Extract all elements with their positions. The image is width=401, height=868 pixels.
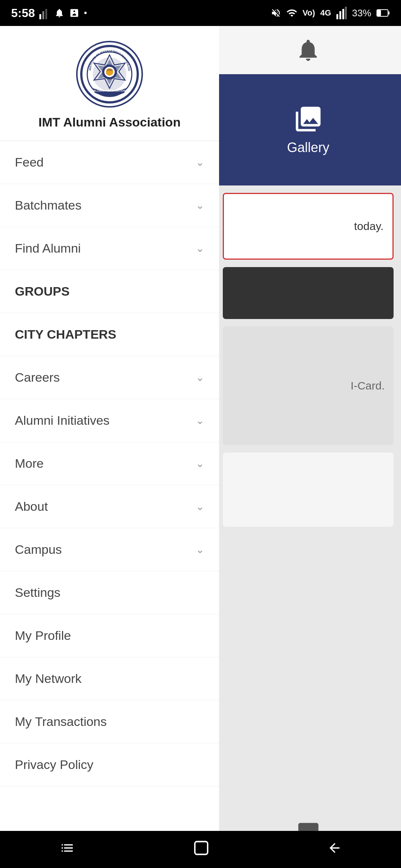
menu-item-campus[interactable]: Campus⌄: [0, 528, 219, 571]
menu-item-label-my-profile: My Profile: [15, 628, 71, 643]
app-title: IMT Alumni Association: [39, 115, 181, 129]
svg-rect-2: [45, 9, 47, 19]
main-container: Gallery today. I-Card. Inbox: [0, 26, 401, 868]
menu-item-label-city-chapters: CITY CHAPTERS: [15, 327, 116, 342]
gallery-icon: [293, 104, 323, 134]
signal-icon2: [336, 7, 347, 19]
status-right: Vo) 4G 33%: [271, 7, 390, 19]
menu-item-my-transactions[interactable]: My Transactions: [0, 700, 219, 743]
dot-indicator: •: [84, 8, 87, 18]
svg-rect-8: [388, 11, 389, 14]
menu-item-label-about: About: [15, 499, 48, 514]
menu-item-about[interactable]: About⌄: [0, 485, 219, 528]
menu-item-alumni-initiatives[interactable]: Alumni Initiatives⌄: [0, 399, 219, 442]
status-time: 5:58: [11, 6, 35, 20]
menu-item-find-alumni[interactable]: Find Alumni⌄: [0, 227, 219, 270]
chevron-icon-alumni-initiatives: ⌄: [196, 414, 204, 427]
menu-item-label-campus: Campus: [15, 542, 62, 557]
menu-item-label-batchmates: Batchmates: [15, 198, 82, 213]
drawer: ALUMNI ASSOCIATION INSTITUTE OF MANAGEME…: [0, 26, 219, 868]
gallery-label: Gallery: [287, 140, 329, 155]
menu-item-privacy-policy[interactable]: Privacy Policy: [0, 743, 219, 786]
chevron-icon-feed: ⌄: [196, 156, 204, 168]
bell-icon[interactable]: [295, 37, 321, 63]
peek-card-3: I-Card.: [223, 326, 394, 445]
menu-item-label-privacy-policy: Privacy Policy: [15, 757, 94, 772]
menu-item-label-find-alumni: Find Alumni: [15, 241, 81, 256]
menu-item-careers[interactable]: Careers⌄: [0, 356, 219, 399]
drawer-header: ALUMNI ASSOCIATION INSTITUTE OF MANAGEME…: [0, 26, 219, 141]
peek-text-2: I-Card.: [351, 379, 385, 392]
chevron-icon-about: ⌄: [196, 500, 204, 513]
chevron-icon-find-alumni: ⌄: [196, 242, 204, 254]
wifi-icon: [286, 7, 297, 19]
chevron-icon-batchmates: ⌄: [196, 199, 204, 211]
clipboard-icon: [69, 7, 79, 19]
nav-home-button[interactable]: [178, 834, 225, 866]
signal-icon: [39, 7, 50, 19]
gallery-block[interactable]: Gallery: [215, 74, 401, 185]
chevron-icon-campus: ⌄: [196, 543, 204, 556]
peek-card-2: [223, 267, 394, 319]
menu-item-label-settings: Settings: [15, 585, 61, 600]
menu-list: Feed⌄Batchmates⌄Find Alumni⌄GROUPSCITY C…: [0, 141, 219, 868]
peek-card-1: today.: [223, 193, 394, 260]
menu-item-groups[interactable]: GROUPS: [0, 270, 219, 313]
bell-area: [215, 26, 401, 74]
menu-item-more[interactable]: More⌄: [0, 442, 219, 485]
card-area: today. I-Card.: [215, 185, 401, 534]
svg-rect-3: [336, 14, 338, 19]
svg-rect-9: [377, 10, 381, 16]
svg-rect-22: [195, 841, 208, 854]
svg-text:Est.: Est.: [107, 64, 113, 68]
battery-percent: 33%: [352, 7, 371, 19]
menu-item-label-alumni-initiatives: Alumni Initiatives: [15, 413, 110, 428]
svg-rect-5: [342, 9, 344, 19]
battery-icon: [376, 9, 390, 17]
app-logo: ALUMNI ASSOCIATION INSTITUTE OF MANAGEME…: [76, 41, 143, 108]
notification-icon: [54, 7, 65, 19]
menu-item-my-profile[interactable]: My Profile: [0, 614, 219, 657]
svg-rect-1: [42, 11, 44, 19]
menu-item-city-chapters[interactable]: CITY CHAPTERS: [0, 313, 219, 356]
status-left: 5:58 •: [11, 6, 87, 20]
menu-item-label-my-network: My Network: [15, 671, 81, 686]
menu-item-label-groups: GROUPS: [15, 284, 69, 299]
svg-text:1980: 1980: [107, 69, 113, 71]
bottom-nav: [0, 831, 401, 868]
volte-indicator: Vo): [303, 8, 315, 18]
mute-icon: [271, 7, 281, 19]
menu-item-feed[interactable]: Feed⌄: [0, 141, 219, 184]
lte-indicator: 4G: [320, 8, 331, 18]
menu-item-label-feed: Feed: [15, 155, 44, 170]
svg-rect-4: [339, 11, 341, 19]
nav-menu-button[interactable]: [43, 835, 91, 865]
chevron-icon-careers: ⌄: [196, 371, 204, 384]
status-bar: 5:58 • Vo) 4G 33: [0, 0, 401, 26]
menu-item-label-more: More: [15, 456, 43, 471]
menu-item-settings[interactable]: Settings: [0, 571, 219, 614]
chevron-icon-more: ⌄: [196, 457, 204, 470]
menu-item-label-careers: Careers: [15, 370, 60, 385]
svg-rect-0: [39, 14, 41, 19]
menu-item-my-network[interactable]: My Network: [0, 657, 219, 700]
nav-back-button[interactable]: [311, 835, 358, 865]
menu-item-batchmates[interactable]: Batchmates⌄: [0, 184, 219, 227]
peek-card-4: [223, 453, 394, 527]
svg-text:ALUMNI ASSOCIATION: ALUMNI ASSOCIATION: [93, 89, 126, 92]
svg-rect-6: [345, 7, 347, 19]
peek-text-1: today.: [354, 220, 384, 233]
right-panel: Gallery today. I-Card. Inbox: [215, 26, 401, 868]
menu-item-label-my-transactions: My Transactions: [15, 714, 107, 729]
